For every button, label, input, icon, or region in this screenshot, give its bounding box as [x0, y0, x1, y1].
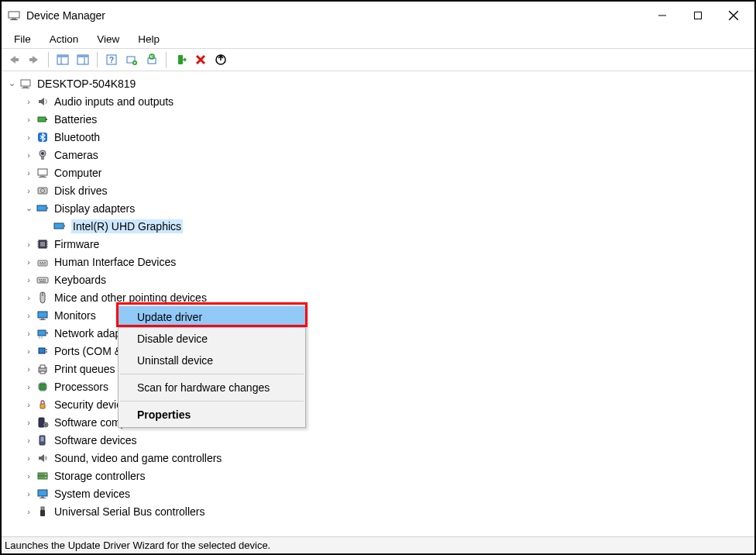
- chevron-down-icon[interactable]: ⌄: [6, 78, 17, 88]
- tree-category[interactable]: ›Human Interface Devices: [6, 253, 754, 271]
- swdev-icon: [36, 433, 50, 447]
- minimize-button[interactable]: [644, 3, 680, 28]
- svg-rect-32: [38, 169, 47, 175]
- window-title: Device Manager: [26, 9, 105, 22]
- svg-rect-73: [40, 365, 45, 368]
- svg-rect-14: [77, 55, 88, 57]
- sound-icon: [36, 451, 50, 465]
- forward-button[interactable]: [25, 50, 43, 69]
- tree-category[interactable]: ›Audio inputs and outputs: [6, 92, 754, 110]
- tree-category[interactable]: ›Universal Serial Bus controllers: [6, 502, 754, 520]
- tree-category[interactable]: ›Batteries: [6, 110, 754, 128]
- svg-rect-57: [41, 279, 43, 281]
- tree-category[interactable]: ›Disk drives: [6, 181, 754, 199]
- menu-action[interactable]: Action: [40, 31, 88, 47]
- tree-root[interactable]: ⌄ DESKTOP-504K819: [6, 74, 754, 92]
- usb-icon: [36, 505, 50, 519]
- tree-category-label: Display adapters: [54, 202, 135, 215]
- chevron-right-icon[interactable]: ›: [23, 382, 34, 391]
- svg-rect-63: [41, 318, 44, 319]
- chevron-right-icon[interactable]: ›: [23, 240, 34, 249]
- menubar: File Action View Help: [2, 29, 754, 48]
- maximize-button[interactable]: [680, 3, 716, 28]
- close-button[interactable]: [716, 3, 751, 28]
- ctx-separator: [120, 401, 304, 402]
- ctx-uninstall-device[interactable]: Uninstall device: [119, 350, 305, 371]
- chevron-right-icon[interactable]: ›: [23, 97, 34, 106]
- menu-help[interactable]: Help: [129, 31, 169, 47]
- help-button[interactable]: ?: [102, 50, 121, 69]
- mouse-icon: [36, 291, 50, 305]
- chevron-right-icon[interactable]: ›: [23, 453, 34, 463]
- battery-icon: [36, 112, 50, 126]
- show-hide-action-pane-button[interactable]: [74, 50, 92, 69]
- chevron-right-icon[interactable]: ›: [23, 168, 34, 178]
- chevron-right-icon[interactable]: ›: [23, 489, 34, 498]
- svg-rect-27: [46, 119, 47, 120]
- svg-rect-11: [57, 55, 68, 57]
- svg-point-96: [45, 474, 46, 475]
- update-driver-button[interactable]: [143, 50, 161, 69]
- chevron-right-icon[interactable]: ›: [23, 471, 34, 481]
- audio-icon: [36, 95, 50, 109]
- toolbar-separator: [97, 52, 98, 67]
- tree-category[interactable]: ›System devices: [6, 484, 754, 502]
- enable-device-button[interactable]: [171, 50, 190, 69]
- svg-rect-8: [29, 58, 33, 61]
- tree-category[interactable]: ›Bluetooth: [6, 128, 754, 146]
- chevron-right-icon[interactable]: ›: [23, 275, 34, 284]
- svg-rect-75: [40, 384, 46, 390]
- printq-icon: [36, 362, 50, 376]
- device-tree[interactable]: ⌄ DESKTOP-504K819 ›Audio inputs and outp…: [2, 71, 754, 536]
- chevron-right-icon[interactable]: ›: [23, 329, 34, 338]
- ctx-update-driver[interactable]: Update driver: [119, 306, 305, 328]
- tree-category-display-adapters[interactable]: ⌄ Display adapters: [6, 199, 754, 217]
- back-button[interactable]: [5, 50, 23, 69]
- chevron-down-icon[interactable]: ⌄: [23, 203, 34, 213]
- chevron-right-icon[interactable]: ›: [23, 436, 34, 445]
- chevron-right-icon[interactable]: ›: [23, 186, 34, 195]
- chevron-right-icon[interactable]: ›: [23, 400, 34, 409]
- ctx-disable-device[interactable]: Disable device: [119, 328, 305, 350]
- menu-view[interactable]: View: [88, 31, 129, 47]
- tree-category[interactable]: ›Firmware: [6, 235, 754, 253]
- scan-for-hardware-changes-button[interactable]: [122, 50, 141, 69]
- svg-rect-0: [9, 12, 19, 18]
- chevron-right-icon[interactable]: ›: [23, 507, 34, 516]
- monitor-icon: [36, 309, 50, 322]
- show-hide-console-tree-button[interactable]: [53, 50, 72, 69]
- svg-rect-25: [22, 88, 29, 88]
- svg-rect-88: [40, 404, 45, 408]
- chevron-right-icon[interactable]: ›: [23, 364, 34, 374]
- tree-category-label: Sound, video and game controllers: [54, 452, 222, 464]
- toolbar: ?: [2, 48, 754, 71]
- chevron-right-icon[interactable]: ›: [23, 346, 34, 356]
- chevron-right-icon[interactable]: ›: [23, 311, 34, 320]
- tree-device-intel-uhd[interactable]: Intel(R) UHD Graphics: [6, 217, 754, 235]
- chevron-right-icon[interactable]: ›: [23, 418, 34, 427]
- tree-category-label: Print queues: [54, 363, 115, 375]
- tree-category[interactable]: ›Keyboards: [6, 271, 754, 288]
- svg-rect-62: [38, 312, 47, 318]
- chevron-right-icon[interactable]: ›: [23, 257, 34, 267]
- tree-category[interactable]: ›Storage controllers: [6, 467, 754, 484]
- menu-file[interactable]: File: [5, 31, 40, 47]
- svg-rect-58: [43, 279, 44, 281]
- tree-category[interactable]: ›Computer: [6, 164, 754, 181]
- chevron-right-icon[interactable]: ›: [23, 115, 34, 124]
- disable-device-button[interactable]: [211, 50, 230, 69]
- ctx-properties[interactable]: Properties: [119, 404, 305, 426]
- tree-category[interactable]: ›Sound, video and game controllers: [6, 449, 754, 467]
- ports-icon: [36, 344, 50, 358]
- ctx-scan-hardware[interactable]: Scan for hardware changes: [119, 377, 305, 398]
- tree-category[interactable]: ›Cameras: [6, 146, 754, 164]
- tree-category-label: Cameras: [54, 149, 98, 161]
- tree-category-label: Processors: [54, 381, 108, 393]
- svg-rect-34: [39, 177, 46, 178]
- chevron-right-icon[interactable]: ›: [23, 133, 34, 142]
- chevron-right-icon[interactable]: ›: [23, 293, 34, 302]
- tree-category[interactable]: ›Software devices: [6, 431, 754, 449]
- chevron-right-icon[interactable]: ›: [23, 150, 34, 160]
- firmware-icon: [36, 237, 50, 251]
- uninstall-device-button[interactable]: [191, 50, 210, 69]
